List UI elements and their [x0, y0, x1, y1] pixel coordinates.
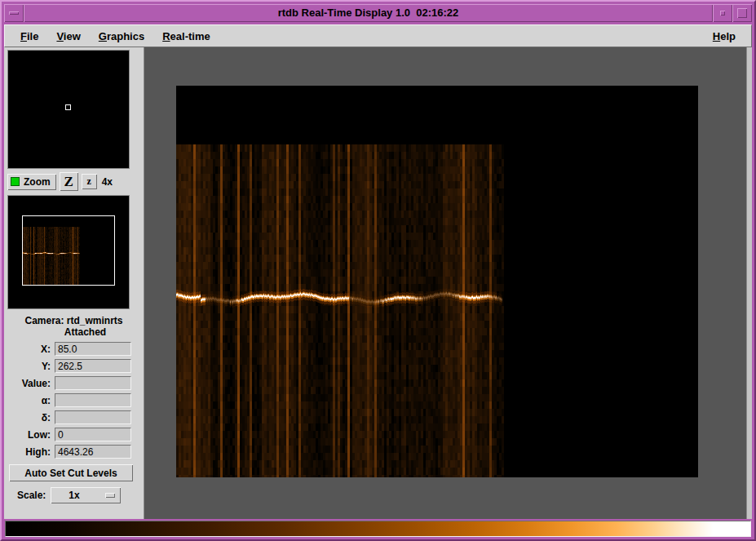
y-field-row: Y:	[7, 359, 142, 373]
high-label: High:	[7, 446, 55, 458]
spectrum-image[interactable]	[176, 86, 698, 477]
menu-graphics[interactable]: Graphics	[90, 27, 153, 46]
zoom-in-button[interactable]: Z	[60, 172, 78, 191]
menu-help[interactable]: Help	[704, 27, 745, 46]
main-body: Zoom Z z 4x Camera: rtd_wminrts Attached…	[4, 47, 752, 519]
zoom-out-button[interactable]: z	[82, 174, 97, 189]
zoom-factor-label: 4x	[102, 176, 113, 188]
scale-option-menu[interactable]: 1x	[51, 487, 121, 503]
maximize-icon	[737, 8, 747, 18]
vertical-scrollbar[interactable]	[746, 47, 752, 519]
alpha-label: α:	[7, 395, 55, 406]
menu-file[interactable]: File	[11, 27, 47, 46]
zoom-controls: Zoom Z z 4x	[7, 172, 142, 191]
camera-label: Camera:	[24, 315, 64, 326]
camera-status: Attached	[6, 326, 142, 338]
option-menu-indicator-icon	[105, 493, 115, 498]
auto-set-cut-levels-button[interactable]: Auto Set Cut Levels	[9, 464, 133, 481]
alpha-field-row: α:	[7, 393, 142, 407]
pan-marker	[65, 104, 71, 110]
minimize-button[interactable]	[713, 4, 732, 22]
sidebar: Zoom Z z 4x Camera: rtd_wminrts Attached…	[4, 47, 144, 519]
x-label: X:	[7, 344, 55, 355]
zoom-thumbnail-frame	[22, 215, 115, 286]
scale-value: 1x	[69, 490, 79, 501]
window-menu-icon	[9, 11, 19, 15]
low-cut-input[interactable]	[55, 428, 131, 441]
window-title: rtdb Real-Time Display 1.0 02:16:22	[24, 4, 713, 22]
titlebar[interactable]: rtdb Real-Time Display 1.0 02:16:22	[4, 4, 752, 22]
zoom-thumbnail	[23, 216, 114, 285]
y-input[interactable]	[55, 359, 131, 373]
zoom-led-icon	[11, 177, 20, 186]
scale-label: Scale:	[17, 490, 51, 501]
menu-view[interactable]: View	[47, 27, 89, 46]
camera-name: rtd_wminrts	[67, 315, 123, 326]
y-label: Y:	[7, 361, 55, 372]
menubar: File View Graphics Real-time Help	[4, 24, 752, 47]
readout-fields: X: Y: Value: α: δ:	[6, 342, 142, 459]
menu-realtime[interactable]: Real-time	[153, 27, 219, 46]
colorbar	[5, 521, 751, 537]
high-field-row: High:	[7, 445, 142, 459]
minimize-icon	[720, 11, 725, 16]
delta-field-row: δ:	[7, 410, 142, 424]
vertical-scrollbar-thumb[interactable]	[747, 47, 752, 519]
value-label: Value:	[7, 378, 55, 389]
x-field-row: X:	[7, 342, 142, 356]
image-canvas-area[interactable]	[144, 47, 746, 519]
window: rtdb Real-Time Display 1.0 02:16:22 File…	[0, 0, 756, 541]
low-field-row: Low:	[7, 428, 142, 441]
scale-row: Scale: 1x	[17, 487, 142, 503]
value-field-row: Value:	[7, 376, 142, 390]
delta-label: δ:	[7, 412, 55, 423]
window-menu-button[interactable]	[4, 4, 24, 22]
value-input[interactable]	[55, 376, 131, 390]
zoom-toggle-label: Zoom	[24, 176, 51, 188]
low-label: Low:	[7, 429, 55, 441]
alpha-input[interactable]	[55, 393, 131, 407]
pan-window[interactable]	[7, 50, 130, 169]
delta-input[interactable]	[55, 410, 131, 424]
zoom-window[interactable]	[7, 195, 130, 309]
camera-line: Camera: rtd_wminrts	[6, 315, 142, 326]
x-input[interactable]	[55, 342, 131, 356]
maximize-button[interactable]	[732, 4, 752, 22]
high-cut-input[interactable]	[55, 445, 131, 459]
zoom-toggle-button[interactable]: Zoom	[7, 174, 56, 190]
